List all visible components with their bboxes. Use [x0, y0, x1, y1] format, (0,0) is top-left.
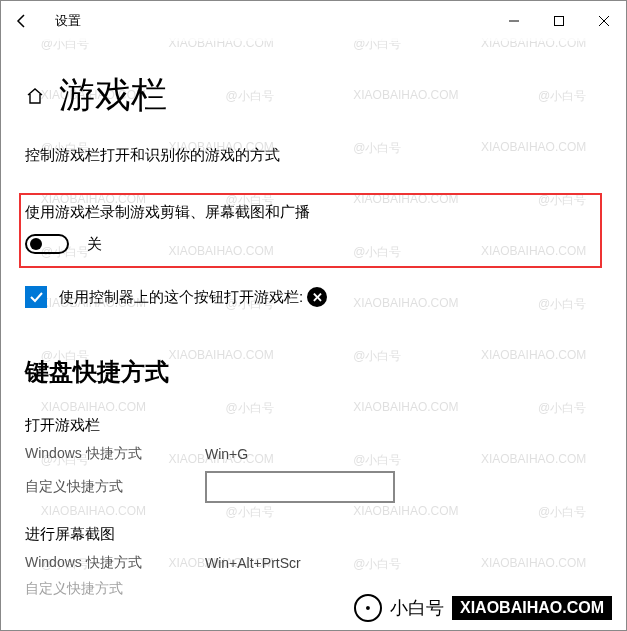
controller-checkbox-label: 使用控制器上的这个按钮打开游戏栏: [59, 288, 303, 307]
brand-name: 小白号 [390, 596, 444, 620]
shortcut-open-bar-value: Win+G [205, 446, 248, 462]
shortcut-screenshot-value: Win+Alt+PrtScr [205, 555, 301, 571]
shortcut-win-label: Windows 快捷方式 [25, 554, 205, 572]
record-toggle-label: 使用游戏栏录制游戏剪辑、屏幕截图和广播 [25, 203, 590, 222]
titlebar: 设置 [1, 1, 626, 41]
shortcut-custom-label: 自定义快捷方式 [25, 580, 205, 598]
page-title: 游戏栏 [59, 71, 167, 120]
shortcut-open-bar-input[interactable] [205, 471, 395, 503]
window-title: 设置 [55, 12, 81, 30]
brand-url: XIAOBAIHAO.COM [452, 596, 612, 620]
shortcut-custom-label: 自定义快捷方式 [25, 478, 205, 496]
maximize-button[interactable] [536, 1, 581, 41]
shortcut-open-bar-label: 打开游戏栏 [25, 416, 602, 435]
controller-checkbox[interactable] [25, 286, 47, 308]
home-icon[interactable] [25, 86, 45, 111]
back-button[interactable] [1, 13, 41, 29]
svg-rect-1 [554, 17, 563, 26]
page-description: 控制游戏栏打开和识别你的游戏的方式 [25, 146, 602, 165]
highlight-box: 使用游戏栏录制游戏剪辑、屏幕截图和广播 关 [19, 193, 602, 268]
branding-watermark: 小白号 XIAOBAIHAO.COM [346, 590, 620, 626]
broadcast-icon [354, 594, 382, 622]
record-toggle-state: 关 [87, 235, 102, 254]
shortcut-screenshot-label: 进行屏幕截图 [25, 525, 602, 544]
minimize-button[interactable] [491, 1, 536, 41]
record-toggle[interactable] [25, 234, 69, 254]
xbox-icon: ✕ [307, 287, 327, 307]
shortcuts-section-title: 键盘快捷方式 [25, 356, 602, 388]
close-button[interactable] [581, 1, 626, 41]
shortcut-win-label: Windows 快捷方式 [25, 445, 205, 463]
